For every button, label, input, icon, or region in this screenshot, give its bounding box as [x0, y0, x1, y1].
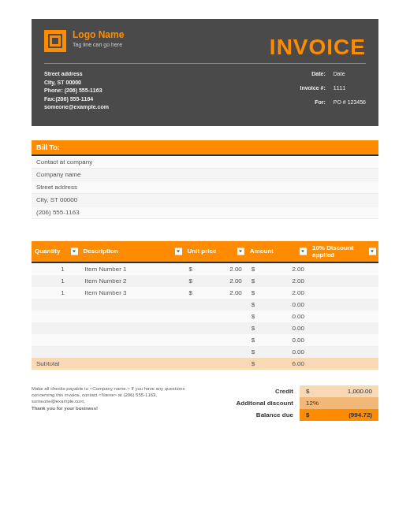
table-row: $0.00	[32, 346, 378, 358]
bill-to-line: City, ST 00000	[32, 194, 378, 206]
cell-qty: 1	[32, 287, 80, 299]
cell-desc: Item Number 2	[80, 275, 184, 287]
table-row: 1Item Number 2$2.00$2.00	[32, 275, 378, 287]
table-row: $0.00	[32, 322, 378, 334]
table-row: $0.00	[32, 311, 378, 322]
dropdown-icon[interactable]	[369, 247, 376, 255]
balance-value: $(994.72)	[300, 409, 378, 421]
cell-discount	[309, 322, 378, 334]
cell-qty: 1	[32, 275, 80, 287]
cell-desc: Item Number 1	[80, 262, 184, 275]
company-phone: Phone: (206) 555-1163	[44, 87, 109, 95]
column-header[interactable]: Unit price	[184, 241, 247, 262]
credit-value: $1,000.00	[300, 385, 378, 397]
invoice-title: INVOICE	[270, 35, 366, 60]
company-city: City, ST 00000	[44, 79, 109, 87]
credit-label: Credit	[205, 385, 300, 397]
bill-to-header: Bill To:	[32, 140, 378, 156]
cell-price	[184, 299, 247, 311]
cell-amount: $2.00	[247, 287, 309, 299]
cell-discount	[309, 346, 378, 358]
subtotal-label: Subtotal	[32, 358, 80, 370]
cell-qty	[32, 346, 80, 358]
table-row: $0.00	[32, 299, 378, 311]
cell-amount: $0.00	[247, 334, 309, 346]
cell-qty: 1	[32, 262, 80, 275]
cell-price	[184, 334, 247, 346]
logo-icon	[44, 30, 66, 52]
discount-value: 12%	[300, 397, 378, 409]
tagline: Tag line can go here	[73, 42, 124, 47]
cell-amount: $0.00	[247, 311, 309, 322]
cell-amount: $2.00	[247, 275, 309, 287]
cell-discount	[309, 287, 378, 299]
cell-price: $2.00	[184, 262, 247, 275]
invoice-number-value: 1111	[334, 84, 366, 97]
cell-amount: $2.00	[247, 262, 309, 275]
cell-price	[184, 322, 247, 334]
bill-to-line: Company name	[32, 169, 378, 181]
invoice-header: Logo Name Tag line can go here INVOICE S…	[32, 19, 378, 126]
cell-qty	[32, 334, 80, 346]
thank-you: Thank you for your business!	[32, 406, 98, 411]
cell-qty	[32, 299, 80, 311]
column-header[interactable]: Description	[80, 241, 184, 262]
cell-desc	[80, 299, 184, 311]
cell-qty	[32, 322, 80, 334]
cell-desc	[80, 334, 184, 346]
balance-label: Balance due	[205, 409, 300, 421]
company-email: someone@example.com	[44, 103, 109, 112]
company-street: Street address	[44, 70, 109, 79]
cell-price	[184, 346, 247, 358]
cell-discount	[309, 334, 378, 346]
column-header[interactable]: 10% Discount applied	[309, 241, 378, 262]
cell-qty	[32, 311, 80, 322]
table-row: 1Item Number 1$2.00$2.00	[32, 262, 378, 275]
cell-desc: Item Number 3	[80, 287, 184, 299]
cell-amount: $0.00	[247, 322, 309, 334]
bill-to-body: Contact at companyCompany nameStreet add…	[32, 156, 378, 219]
footer-note: Make all checks payable to <Company name…	[32, 385, 189, 421]
items-table: QuantityDescriptionUnit priceAmount10% D…	[32, 241, 378, 370]
bill-to-line: (206) 555-1163	[32, 206, 378, 219]
table-row: 1Item Number 3$2.00$2.00	[32, 287, 378, 299]
totals: Credit $1,000.00 Additonal discount 12% …	[205, 385, 378, 421]
dropdown-icon[interactable]	[300, 247, 307, 255]
dropdown-icon[interactable]	[237, 247, 244, 255]
cell-price: $2.00	[184, 275, 247, 287]
date-value: Date	[334, 70, 366, 83]
cell-amount: $0.00	[247, 346, 309, 358]
dropdown-icon[interactable]	[71, 247, 78, 255]
dropdown-icon[interactable]	[175, 247, 182, 255]
subtotal-value: $6.00	[247, 358, 309, 370]
table-row: $0.00	[32, 334, 378, 346]
bill-to-line: Street address	[32, 181, 378, 194]
company-fax: Fax:(206) 555-1164	[44, 95, 109, 104]
for-value: PO # 123456	[334, 99, 366, 111]
cell-desc	[80, 322, 184, 334]
cell-discount	[309, 311, 378, 322]
cell-discount	[309, 299, 378, 311]
cell-price	[184, 311, 247, 322]
invoice-number-label: Invoice #:	[300, 84, 325, 97]
invoice-meta: Date: Date Invoice #: 1111 For: PO # 123…	[300, 70, 366, 112]
column-header[interactable]: Amount	[247, 241, 309, 262]
bill-to-line: Contact at company	[32, 156, 378, 169]
cell-amount: $0.00	[247, 299, 309, 311]
cell-desc	[80, 346, 184, 358]
cell-price: $2.00	[184, 287, 247, 299]
logo-name: Logo Name	[73, 30, 124, 40]
cell-discount	[309, 275, 378, 287]
cell-desc	[80, 311, 184, 322]
date-label: Date:	[300, 70, 325, 83]
cell-discount	[309, 262, 378, 275]
for-label: For:	[300, 99, 325, 111]
payment-instructions: Make all checks payable to <Company name…	[32, 386, 184, 404]
company-info: Street address City, ST 00000 Phone: (20…	[44, 70, 109, 112]
column-header[interactable]: Quantity	[32, 241, 80, 262]
subtotal-row: Subtotal$6.00	[32, 358, 378, 370]
discount-label: Additonal discount	[205, 397, 300, 409]
